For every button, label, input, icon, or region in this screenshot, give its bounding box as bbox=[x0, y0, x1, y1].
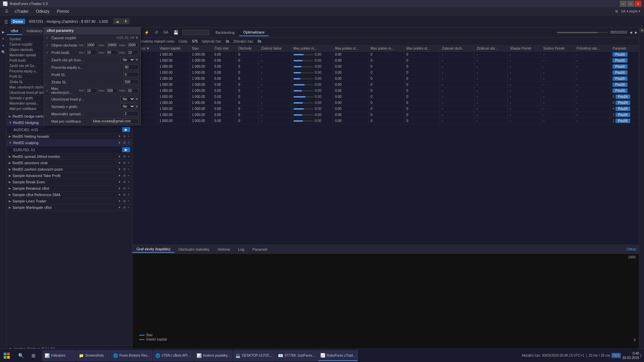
use-btn-2[interactable]: Použít bbox=[612, 64, 627, 69]
col-maxpokles3[interactable]: Max pokles m... bbox=[368, 46, 404, 52]
taskbar-app-roboforex[interactable]: 📈 RoboForex cTrad... bbox=[318, 350, 358, 361]
input-maxotvr-step[interactable] bbox=[127, 88, 139, 93]
input-maxotvr-min[interactable] bbox=[86, 88, 97, 93]
cloud-btn[interactable]: ☁ bbox=[113, 18, 121, 24]
cell-params-4[interactable]: Použít bbox=[610, 76, 639, 82]
taskbar-app-forex[interactable]: 🌐 Forex Brokers Rev... bbox=[111, 350, 152, 361]
bot-item-netting[interactable]: ▶ Red55 Netting hovado ▼ ⚙ + bbox=[7, 133, 132, 140]
col-obchody[interactable]: Obchody bbox=[236, 46, 259, 52]
menu-odkazy[interactable]: Odkazy bbox=[33, 8, 53, 14]
progress-slider[interactable] bbox=[557, 32, 607, 33]
taskbar-app-desktop[interactable]: 💻 DESKTOP-ULP2C... bbox=[233, 350, 275, 361]
bot-action-dropdown-4[interactable]: ▼ bbox=[117, 141, 122, 145]
save-icon[interactable]: 💾 bbox=[172, 29, 180, 36]
col-zfaktor[interactable]: Ziskový faktor bbox=[259, 46, 291, 52]
sidebar-icon-1[interactable]: ▶ bbox=[0, 29, 6, 35]
bot-item-advtakeprofit[interactable]: ▶ Sample Advanced Take Profit ▼ ⚙ + bbox=[7, 173, 132, 179]
col-sharpe[interactable]: Sharpe Poměr bbox=[508, 46, 541, 52]
bot-action-add-11[interactable]: + bbox=[127, 193, 130, 197]
bot-action-dropdown-12[interactable]: ▼ bbox=[117, 199, 122, 203]
icon-grid[interactable]: ⊞ bbox=[613, 8, 620, 15]
download-btn[interactable]: ⬇ bbox=[122, 18, 129, 24]
symbol-item-audcad[interactable]: AUDCAD, m15 ▶ bbox=[7, 126, 132, 133]
bot-action-settings-11[interactable]: ⚙ bbox=[122, 193, 126, 197]
bot-action-settings-13[interactable]: ⚙ bbox=[122, 205, 126, 209]
bot-item-ukonceni[interactable]: ▶ Red55 ukončení ztrát ▼ ⚙ + bbox=[7, 160, 132, 166]
bot-action-settings-4[interactable]: ⚙ bbox=[122, 141, 126, 145]
col-stav[interactable]: Stav bbox=[190, 46, 212, 52]
bot-action-add-3[interactable]: + bbox=[127, 134, 130, 138]
bot-action-settings-5[interactable]: ⚙ bbox=[122, 155, 126, 159]
bot-action-settings-9[interactable]: ⚙ bbox=[122, 180, 126, 184]
cell-params-10[interactable]: 2 Použít bbox=[610, 112, 639, 118]
cell-params-2[interactable]: Použít bbox=[610, 64, 639, 70]
use-btn-7[interactable]: Použít bbox=[615, 95, 630, 99]
bot-action-add-8[interactable]: + bbox=[127, 174, 130, 178]
bot-item-linestrader[interactable]: ▶ Sample Lines Trader ▼ ⚙ + bbox=[7, 198, 132, 204]
popup-dropdown-4[interactable]: ▼ bbox=[135, 58, 139, 62]
input-profitsl[interactable] bbox=[123, 72, 139, 77]
input-profit-min[interactable] bbox=[86, 50, 97, 55]
bot-action-add-10[interactable]: + bbox=[127, 186, 130, 190]
bot-item-breakout[interactable]: ▶ Sample Breakout cBot ▼ ⚙ + bbox=[7, 185, 132, 192]
bot-action-dropdown-13[interactable]: ▼ bbox=[117, 205, 122, 209]
bot-action-settings-3[interactable]: ⚙ bbox=[122, 134, 126, 138]
use-btn-6[interactable]: Použít bbox=[612, 88, 627, 93]
date-input[interactable]: 09/01/2019 bbox=[182, 30, 209, 35]
odkaz-btn[interactable]: Odkaz bbox=[624, 246, 639, 252]
taskbar-search-icon[interactable]: 🔍 bbox=[15, 350, 27, 362]
hamburger-icon[interactable]: ☰ bbox=[3, 7, 11, 15]
use-btn-8[interactable]: Použít bbox=[615, 101, 630, 105]
bot-action-add-12[interactable]: + bbox=[127, 199, 130, 203]
tab-cbot[interactable]: cBot bbox=[7, 27, 22, 35]
popup-dropdown-10[interactable]: ▼ bbox=[135, 105, 139, 108]
cell-params-5[interactable]: Použít bbox=[610, 82, 639, 88]
bottom-tab-equity[interactable]: Graf ekvity (kapitálu) bbox=[132, 246, 174, 253]
bot-action-dropdown-6[interactable]: ▼ bbox=[117, 161, 122, 165]
play-btn-eurusd[interactable]: ▶ bbox=[122, 147, 130, 152]
sidebar-icon-4[interactable]: 🔍 bbox=[0, 49, 6, 55]
bot-action-settings-10[interactable]: ⚙ bbox=[122, 186, 126, 190]
taskbar-app-screenshots[interactable]: 📁 Screenshots bbox=[76, 350, 110, 361]
select-zavrit[interactable]: Ne Ano bbox=[120, 57, 135, 63]
use-btn-1[interactable]: Použít bbox=[612, 58, 627, 63]
bot-item-scalping[interactable]: ▼ Red55 scalping ▼ ⚙ + bbox=[7, 140, 132, 146]
bot-item-breakeven[interactable]: ▶ Sample Break Even ▼ ⚙ + bbox=[7, 179, 132, 185]
bot-action-dropdown-8[interactable]: ▼ bbox=[117, 174, 122, 178]
nav-arrow-right[interactable]: ▶ bbox=[635, 31, 638, 34]
refresh-icon[interactable]: ↺ bbox=[153, 29, 159, 36]
col-maxpokles4[interactable]: Max pokles st... bbox=[404, 46, 440, 52]
select-ukoncovat[interactable]: Ne Ano bbox=[120, 96, 135, 102]
bot-action-settings-12[interactable]: ⚙ bbox=[122, 199, 126, 203]
bottom-tab-param[interactable]: Parametr bbox=[248, 246, 271, 252]
col-sortino[interactable]: Sortino Poměr bbox=[541, 46, 574, 52]
bot-action-dropdown-9[interactable]: ▼ bbox=[117, 180, 122, 184]
use-btn-3[interactable]: Použít bbox=[612, 70, 627, 75]
bottom-tab-history[interactable]: Historie bbox=[214, 246, 234, 252]
cell-params-3[interactable]: Použít bbox=[610, 70, 639, 76]
bot-action-add-9[interactable]: + bbox=[127, 180, 130, 184]
col-maxpokles1[interactable]: Max pokles m... bbox=[291, 46, 333, 52]
bot-action-settings-8[interactable]: ⚙ bbox=[122, 174, 126, 178]
menu-ctrader[interactable]: cTrader bbox=[11, 8, 32, 14]
input-profit-step[interactable] bbox=[127, 50, 139, 55]
minimize-button[interactable]: ─ bbox=[620, 1, 627, 7]
bot-action-settings-6[interactable]: ⚙ bbox=[122, 161, 126, 165]
bot-action-dropdown-3[interactable]: ▼ bbox=[117, 134, 122, 138]
use-btn-4[interactable]: Použít bbox=[612, 76, 627, 81]
cell-params-6[interactable]: Použít bbox=[610, 88, 639, 94]
bot-action-add-4[interactable]: + bbox=[127, 141, 130, 145]
close-button[interactable]: ✕ bbox=[635, 1, 641, 7]
bot-action-dropdown-10[interactable]: ▼ bbox=[117, 186, 122, 190]
input-maxspread[interactable] bbox=[123, 111, 139, 116]
input-vol-max[interactable] bbox=[106, 43, 118, 48]
bot-item-zavreni[interactable]: ▶ Red55 zavření ziskových pozic ▼ ⚙ + bbox=[7, 166, 132, 173]
bot-action-add-5[interactable]: + bbox=[127, 155, 130, 159]
bot-action-dropdown-5[interactable]: ▼ bbox=[117, 155, 122, 159]
bot-action-settings-7[interactable]: ⚙ bbox=[122, 167, 126, 171]
bot-action-add-13[interactable]: + bbox=[127, 205, 130, 209]
tune-icon[interactable]: ⚡ bbox=[143, 29, 151, 36]
sidebar-icon-2[interactable]: ≡ bbox=[0, 36, 6, 42]
input-vol-step[interactable] bbox=[127, 43, 139, 48]
tab-backtesting[interactable]: Backtesting bbox=[211, 29, 238, 36]
